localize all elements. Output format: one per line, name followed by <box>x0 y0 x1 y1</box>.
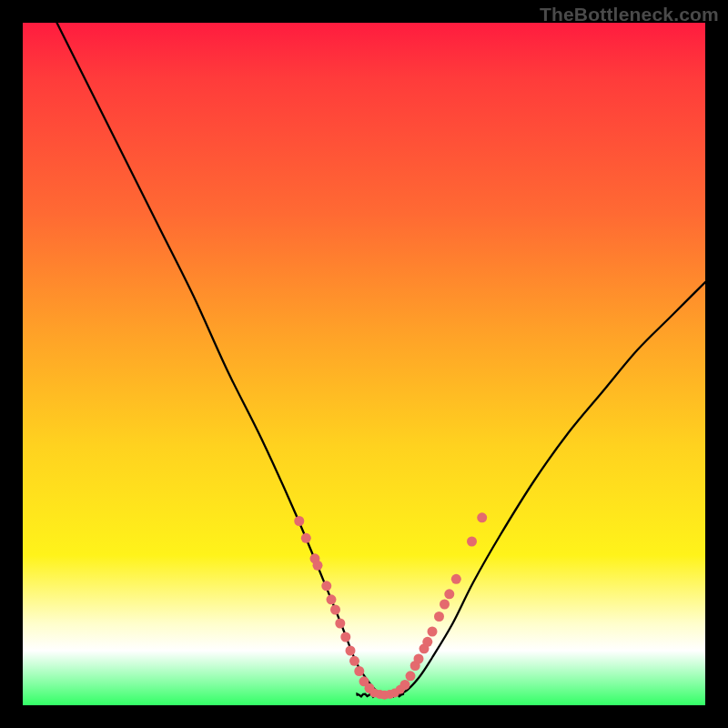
scatter-dots <box>294 512 487 700</box>
scatter-dot <box>327 594 337 604</box>
scatter-dot <box>301 533 311 543</box>
plot-area <box>23 23 705 705</box>
scatter-dot <box>477 512 487 522</box>
watermark-text: TheBottleneck.com <box>540 4 719 25</box>
scatter-dot <box>354 666 364 676</box>
scatter-dot <box>346 646 356 656</box>
scatter-dot <box>414 654 424 664</box>
scatter-dot <box>444 589 454 599</box>
scatter-dot <box>340 632 350 642</box>
scatter-dot <box>434 612 444 622</box>
scatter-dot <box>440 600 450 610</box>
bottleneck-curve <box>57 23 706 695</box>
scatter-dot <box>428 627 438 637</box>
scatter-dot <box>313 561 323 571</box>
scatter-dot <box>451 574 461 584</box>
scatter-dot <box>321 581 331 591</box>
scatter-dot <box>467 537 477 547</box>
scatter-dot <box>406 671 416 681</box>
chart-frame: TheBottleneck.com <box>0 0 728 728</box>
scatter-dot <box>335 619 345 629</box>
chart-svg <box>23 23 705 705</box>
scatter-dot <box>349 656 359 666</box>
scatter-dot <box>422 637 432 647</box>
scatter-dot <box>330 605 340 615</box>
scatter-dot <box>294 516 304 526</box>
scatter-dot <box>400 680 410 690</box>
